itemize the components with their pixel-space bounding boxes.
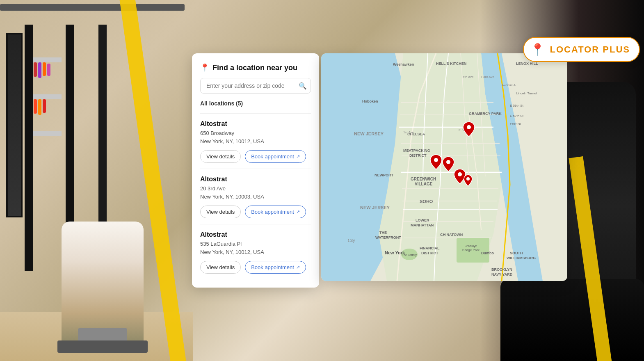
card-actions-2: View details Book appointment ↗ bbox=[200, 206, 311, 218]
svg-text:Avenue A: Avenue A bbox=[502, 83, 516, 87]
search-bar: 🔍 bbox=[200, 78, 311, 94]
locations-count: All locations (5) bbox=[200, 100, 311, 107]
svg-text:NEW JERSEY: NEW JERSEY bbox=[360, 205, 390, 210]
view-details-button-2[interactable]: View details bbox=[200, 206, 241, 218]
svg-text:Hoboken: Hoboken bbox=[362, 99, 378, 103]
svg-text:LENOX HILL: LENOX HILL bbox=[516, 62, 538, 66]
view-details-button-1[interactable]: View details bbox=[200, 150, 241, 163]
location-finder-widget: 📍 Find a location near you 🔍 All locatio… bbox=[192, 53, 319, 288]
svg-text:SOHO: SOHO bbox=[420, 199, 433, 204]
svg-text:MANHATTAN: MANHATTAN bbox=[411, 223, 434, 227]
svg-text:DISTRICT: DISTRICT bbox=[421, 251, 438, 255]
external-link-icon-1: ↗ bbox=[296, 154, 300, 159]
location-card-2: Altostrat 20 3rd Ave New York, NY, 10003… bbox=[200, 169, 311, 224]
svg-text:Lincoln Tunnel: Lincoln Tunnel bbox=[516, 91, 537, 95]
locator-plus-badge[interactable]: 📍 LOCATOR PLUS bbox=[523, 37, 640, 62]
svg-text:WILLIAMSBURG: WILLIAMSBURG bbox=[507, 256, 536, 260]
svg-text:GREENWICH: GREENWICH bbox=[411, 177, 436, 181]
svg-text:Weehawken: Weehawken bbox=[393, 62, 414, 66]
svg-text:NEW JERSEY: NEW JERSEY bbox=[354, 131, 384, 136]
external-link-icon-2: ↗ bbox=[296, 209, 300, 215]
svg-text:1st Ave: 1st Ave bbox=[403, 130, 414, 134]
card-actions-3: View details Book appointment ↗ bbox=[200, 261, 311, 274]
svg-text:New York: New York bbox=[385, 250, 405, 255]
search-button[interactable]: 🔍 bbox=[299, 82, 307, 90]
svg-text:MEATPACKING: MEATPACKING bbox=[403, 149, 430, 153]
svg-point-55 bbox=[446, 160, 450, 164]
book-appointment-button-3[interactable]: Book appointment ↗ bbox=[245, 261, 306, 274]
svg-point-57 bbox=[466, 177, 470, 180]
badge-location-icon: 📍 bbox=[530, 43, 545, 56]
svg-text:E 59th St: E 59th St bbox=[510, 104, 524, 107]
map-svg: Brooklyn Bridge Park The Battery NEW JER… bbox=[321, 53, 567, 281]
widget-title: Find a location near you bbox=[212, 64, 297, 72]
search-input[interactable] bbox=[200, 78, 311, 94]
external-link-icon-3: ↗ bbox=[296, 265, 300, 270]
location-address-3: 535 LaGuardia Pl New York, NY, 10012, US… bbox=[200, 240, 311, 256]
location-pin-icon: 📍 bbox=[200, 63, 209, 72]
widget-header: 📍 Find a location near you bbox=[200, 63, 311, 72]
svg-text:City: City bbox=[348, 238, 355, 243]
svg-text:SOUTH: SOUTH bbox=[510, 251, 523, 255]
location-name-2: Altostrat bbox=[200, 176, 311, 183]
svg-text:Brooklyn: Brooklyn bbox=[464, 244, 477, 248]
svg-point-53 bbox=[467, 125, 471, 129]
svg-point-56 bbox=[458, 172, 462, 176]
view-details-button-3[interactable]: View details bbox=[200, 261, 241, 274]
location-name-1: Altostrat bbox=[200, 120, 311, 128]
map-container[interactable]: Brooklyn Bridge Park The Battery NEW JER… bbox=[321, 53, 567, 281]
svg-text:NAVY YARD: NAVY YARD bbox=[491, 272, 513, 276]
book-appointment-button-1[interactable]: Book appointment ↗ bbox=[245, 150, 306, 163]
location-card-3: Altostrat 535 LaGuardia Pl New York, NY,… bbox=[200, 224, 311, 279]
svg-text:NEWPORT: NEWPORT bbox=[375, 173, 394, 177]
svg-text:WATERFRONT: WATERFRONT bbox=[375, 235, 401, 240]
svg-point-54 bbox=[434, 158, 438, 162]
svg-text:Park Ave: Park Ave bbox=[481, 75, 494, 79]
svg-text:DISTRICT: DISTRICT bbox=[409, 153, 427, 158]
svg-text:VILLAGE: VILLAGE bbox=[415, 182, 433, 186]
location-name-3: Altostrat bbox=[200, 231, 311, 238]
svg-text:LOWER: LOWER bbox=[416, 218, 429, 222]
svg-text:HELL'S KITCHEN: HELL'S KITCHEN bbox=[436, 62, 466, 66]
location-address-1: 650 Broadway New York, NY, 10012, USA bbox=[200, 129, 311, 145]
svg-text:Bridge Park: Bridge Park bbox=[462, 248, 480, 252]
svg-text:GRAMERCY PARK: GRAMERCY PARK bbox=[469, 112, 502, 116]
location-address-2: 20 3rd Ave New York, NY, 10003, USA bbox=[200, 185, 311, 201]
card-actions-1: View details Book appointment ↗ bbox=[200, 150, 311, 163]
svg-text:E 57th St: E 57th St bbox=[510, 114, 524, 118]
svg-text:FDR Dr: FDR Dr bbox=[510, 122, 521, 126]
badge-text: LOCATOR PLUS bbox=[550, 44, 630, 55]
svg-text:CHINATOWN: CHINATOWN bbox=[440, 233, 463, 237]
book-appointment-button-2[interactable]: Book appointment ↗ bbox=[245, 206, 306, 218]
svg-text:THE: THE bbox=[379, 231, 387, 235]
svg-text:BROOKLYN: BROOKLYN bbox=[491, 267, 512, 272]
svg-text:Dumbo: Dumbo bbox=[481, 251, 494, 255]
svg-text:6th Ave: 6th Ave bbox=[463, 75, 474, 79]
svg-text:FINANCIAL: FINANCIAL bbox=[420, 246, 440, 250]
location-card-1: Altostrat 650 Broadway New York, NY, 100… bbox=[200, 113, 311, 169]
